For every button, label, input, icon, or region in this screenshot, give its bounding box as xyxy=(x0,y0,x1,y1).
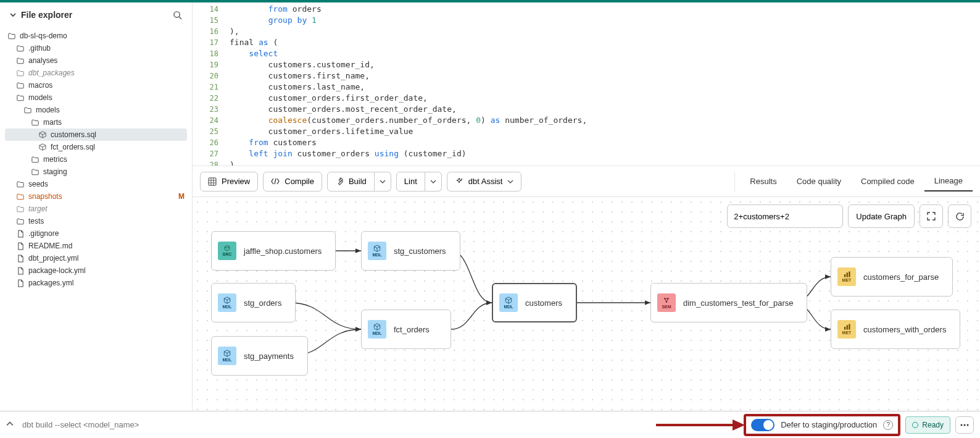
tree-item-label: .github xyxy=(28,44,51,53)
node-label: customers xyxy=(525,298,562,308)
code-line: ), xyxy=(230,26,239,37)
lineage-node[interactable]: MDLstg_customers xyxy=(361,231,460,271)
help-icon[interactable]: ? xyxy=(883,420,893,430)
chevron-down-icon xyxy=(380,179,386,185)
node-label: fct_orders xyxy=(394,325,430,334)
tab-code-quality[interactable]: Code quality xyxy=(787,172,851,191)
compile-button[interactable]: Compile xyxy=(263,172,322,192)
tree-item[interactable]: macros xyxy=(5,79,187,91)
update-graph-button[interactable]: Update Graph xyxy=(848,204,915,228)
node-type-chip: MDL xyxy=(218,293,236,312)
svg-rect-8 xyxy=(846,272,847,277)
chevron-down-icon[interactable] xyxy=(9,11,17,19)
chevron-up-icon[interactable] xyxy=(6,420,14,429)
tree-item[interactable]: snapshotsM xyxy=(5,190,187,203)
svg-point-0 xyxy=(173,11,179,17)
tree-item[interactable]: target xyxy=(5,203,187,215)
chevron-down-icon xyxy=(430,179,436,185)
lineage-node[interactable]: METcustomers_with_orders xyxy=(831,310,960,349)
svg-rect-9 xyxy=(849,271,850,277)
code-line: customer_orders.first_order_date, xyxy=(230,93,428,104)
refresh-button[interactable] xyxy=(948,204,971,228)
expand-icon xyxy=(927,212,936,221)
node-label: stg_orders xyxy=(244,298,281,308)
tree-item-label: snapshots xyxy=(28,192,62,201)
node-type-chip: MDL xyxy=(368,242,386,260)
folder-icon xyxy=(16,56,25,65)
node-label: stg_customers xyxy=(394,246,446,256)
tree-item[interactable]: analyses xyxy=(5,54,187,67)
svg-point-3 xyxy=(225,246,230,248)
tree-item[interactable]: dbt_packages xyxy=(5,67,187,79)
status-ready: Ready xyxy=(905,416,950,434)
lineage-graph[interactable]: Update Graph SRCjaffle_shop.customersMDL… xyxy=(193,197,980,411)
annotation-arrow xyxy=(654,418,746,432)
lineage-node[interactable]: MDLstg_payments xyxy=(211,336,308,376)
code-line: from customers xyxy=(230,137,317,148)
lineage-node[interactable]: MDLfct_orders xyxy=(361,310,451,349)
tree-item-label: marts xyxy=(43,118,62,127)
preview-button[interactable]: Preview xyxy=(200,172,258,192)
tree-item[interactable]: customers.sql xyxy=(5,128,187,141)
svg-point-15 xyxy=(964,424,966,426)
build-button[interactable]: Build xyxy=(327,172,375,192)
lineage-node[interactable]: METcustomers_for_parse xyxy=(831,257,953,297)
build-dropdown[interactable] xyxy=(375,172,391,192)
command-input[interactable] xyxy=(22,420,654,429)
line-number: 16 xyxy=(193,26,230,37)
tab-lineage[interactable]: Lineage xyxy=(924,171,973,192)
folder-icon xyxy=(16,69,25,77)
svg-rect-7 xyxy=(844,274,845,277)
refresh-icon xyxy=(955,212,965,221)
more-button[interactable] xyxy=(955,416,974,434)
lineage-node[interactable]: SEMdim_customers_test_for_parse xyxy=(650,283,807,322)
tree-item-label: target xyxy=(28,204,48,213)
tree-item[interactable]: .gitignore xyxy=(5,227,187,240)
tree-item[interactable]: metrics xyxy=(5,153,187,166)
cube-icon xyxy=(38,130,47,139)
tree-item[interactable]: packages.yml xyxy=(5,277,187,289)
tree-item[interactable]: .github xyxy=(5,42,187,54)
tree-item-label: .gitignore xyxy=(28,229,59,238)
search-icon[interactable] xyxy=(171,9,183,21)
folder-icon xyxy=(31,155,39,164)
tree-item[interactable]: tests xyxy=(5,215,187,227)
line-number: 25 xyxy=(193,126,230,137)
lineage-node[interactable]: MDLcustomers xyxy=(492,283,577,322)
lineage-node[interactable]: SRCjaffle_shop.customers xyxy=(211,231,336,271)
tree-item-label: models xyxy=(36,106,60,114)
code-editor[interactable]: 14 from orders15 group by 116),17final a… xyxy=(193,2,980,166)
folder-icon xyxy=(16,44,25,53)
code-line: customer_orders.most_recent_order_date, xyxy=(230,104,457,115)
line-number: 23 xyxy=(193,104,230,115)
fullscreen-button[interactable] xyxy=(920,204,943,228)
lineage-node[interactable]: MDLstg_orders xyxy=(211,283,296,322)
node-type-chip: SEM xyxy=(657,293,676,312)
defer-toggle[interactable] xyxy=(751,419,774,431)
lint-button[interactable]: Lint xyxy=(396,172,425,192)
tree-item[interactable]: models xyxy=(5,104,187,116)
code-line: select xyxy=(230,48,278,59)
tree-item[interactable]: db-sl-qs-demo xyxy=(5,30,187,42)
code-line: customers.last_name, xyxy=(230,82,365,93)
code-line: customers.customer_id, xyxy=(230,59,375,70)
tab-results[interactable]: Results xyxy=(740,172,786,191)
tree-item[interactable]: models xyxy=(5,91,187,104)
folder-icon xyxy=(31,167,39,176)
editor-toolbar: Preview Compile Build xyxy=(193,166,980,197)
tree-item[interactable]: seeds xyxy=(5,178,187,190)
tree-item[interactable]: staging xyxy=(5,166,187,178)
tab-compiled-code[interactable]: Compiled code xyxy=(851,172,924,191)
tree-item[interactable]: fct_orders.sql xyxy=(5,141,187,153)
tree-item[interactable]: README.md xyxy=(5,240,187,252)
line-number: 20 xyxy=(193,70,230,82)
tree-item[interactable]: dbt_project.yml xyxy=(5,252,187,264)
folder-icon xyxy=(16,204,25,213)
lineage-selector-input[interactable] xyxy=(727,204,843,228)
lint-dropdown[interactable] xyxy=(425,172,442,192)
tree-item[interactable]: package-lock.yml xyxy=(5,264,187,277)
folder-icon xyxy=(16,81,25,90)
node-label: jaffle_shop.customers xyxy=(244,246,322,256)
tree-item[interactable]: marts xyxy=(5,116,187,128)
dbt-assist-button[interactable]: dbt Assist xyxy=(447,172,522,192)
